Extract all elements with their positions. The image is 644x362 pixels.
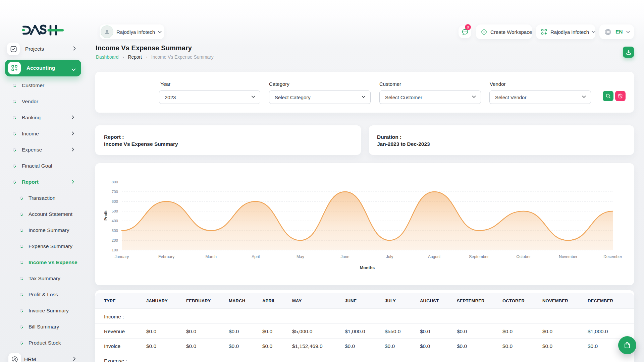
svg-text:July: July xyxy=(386,254,393,259)
svg-text:700: 700 xyxy=(112,190,118,194)
svg-text:September: September xyxy=(469,254,489,259)
svg-text:June: June xyxy=(340,254,349,259)
svg-text:500: 500 xyxy=(112,209,118,213)
svg-text:November: November xyxy=(559,254,577,259)
svg-text:400: 400 xyxy=(112,219,118,223)
svg-text:200: 200 xyxy=(112,238,118,242)
svg-text:April: April xyxy=(252,254,260,259)
svg-text:August: August xyxy=(428,254,441,259)
svg-text:March: March xyxy=(206,254,217,259)
svg-text:100: 100 xyxy=(112,248,118,252)
svg-text:January: January xyxy=(115,254,129,259)
svg-text:Profit: Profit xyxy=(104,210,108,221)
svg-text:May: May xyxy=(297,254,304,259)
svg-text:Months: Months xyxy=(360,265,375,270)
svg-text:October: October xyxy=(516,254,531,259)
svg-text:December: December xyxy=(603,254,622,259)
svg-text:600: 600 xyxy=(112,199,118,203)
svg-text:February: February xyxy=(158,254,174,259)
svg-text:300: 300 xyxy=(112,229,118,233)
svg-text:800: 800 xyxy=(112,180,118,184)
